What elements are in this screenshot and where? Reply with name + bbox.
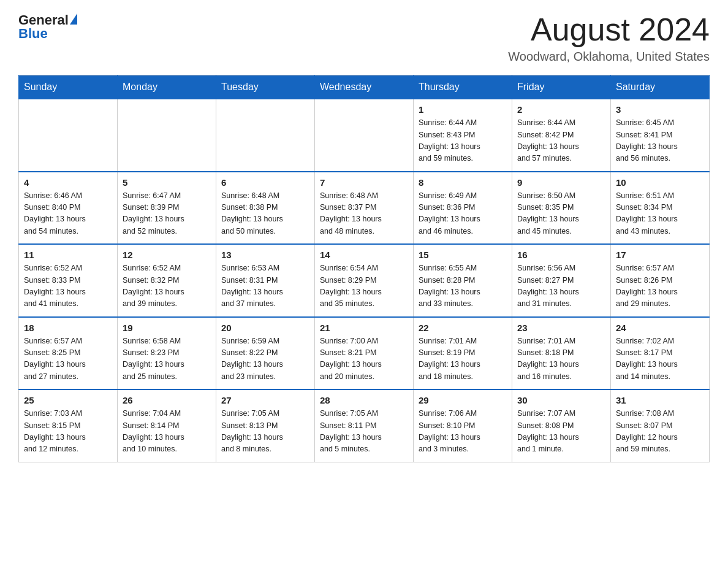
day-number: 5 — [123, 177, 211, 188]
calendar-cell: 28Sunrise: 7:05 AM Sunset: 8:11 PM Dayli… — [315, 389, 414, 462]
day-info: Sunrise: 6:44 AM Sunset: 8:43 PM Dayligh… — [419, 117, 507, 165]
day-info: Sunrise: 7:05 AM Sunset: 8:13 PM Dayligh… — [221, 408, 309, 456]
calendar-cell: 19Sunrise: 6:58 AM Sunset: 8:23 PM Dayli… — [118, 317, 216, 390]
day-number: 9 — [517, 177, 605, 188]
day-info: Sunrise: 6:44 AM Sunset: 8:42 PM Dayligh… — [517, 117, 605, 165]
day-number: 4 — [24, 177, 112, 188]
month-title: August 2024 — [508, 12, 710, 47]
calendar-cell: 23Sunrise: 7:01 AM Sunset: 8:18 PM Dayli… — [512, 317, 611, 390]
day-number: 10 — [616, 177, 704, 188]
calendar-cell: 10Sunrise: 6:51 AM Sunset: 8:34 PM Dayli… — [611, 172, 710, 245]
calendar-week-row: 4Sunrise: 6:46 AM Sunset: 8:40 PM Daylig… — [19, 172, 710, 245]
day-info: Sunrise: 6:59 AM Sunset: 8:22 PM Dayligh… — [221, 335, 309, 383]
day-number: 31 — [616, 395, 704, 405]
calendar-cell: 26Sunrise: 7:04 AM Sunset: 8:14 PM Dayli… — [118, 389, 216, 462]
day-of-week-header: Thursday — [414, 75, 512, 99]
day-number: 8 — [419, 177, 507, 188]
day-number: 18 — [24, 323, 112, 333]
day-info: Sunrise: 7:02 AM Sunset: 8:17 PM Dayligh… — [616, 335, 704, 383]
day-info: Sunrise: 6:49 AM Sunset: 8:36 PM Dayligh… — [419, 190, 507, 238]
day-number: 1 — [419, 104, 507, 115]
day-number: 22 — [419, 323, 507, 333]
calendar-cell: 22Sunrise: 7:01 AM Sunset: 8:19 PM Dayli… — [414, 317, 512, 390]
day-number: 25 — [24, 395, 112, 405]
day-info: Sunrise: 6:48 AM Sunset: 8:38 PM Dayligh… — [221, 190, 309, 238]
calendar-cell: 11Sunrise: 6:52 AM Sunset: 8:33 PM Dayli… — [19, 244, 118, 317]
day-of-week-header: Friday — [512, 75, 611, 99]
day-info: Sunrise: 7:07 AM Sunset: 8:08 PM Dayligh… — [517, 408, 605, 456]
day-number: 30 — [517, 395, 605, 405]
day-info: Sunrise: 6:54 AM Sunset: 8:29 PM Dayligh… — [320, 262, 408, 310]
calendar-cell: 2Sunrise: 6:44 AM Sunset: 8:42 PM Daylig… — [512, 99, 611, 172]
day-info: Sunrise: 6:50 AM Sunset: 8:35 PM Dayligh… — [517, 190, 605, 238]
day-info: Sunrise: 7:01 AM Sunset: 8:18 PM Dayligh… — [517, 335, 605, 383]
day-info: Sunrise: 7:05 AM Sunset: 8:11 PM Dayligh… — [320, 408, 408, 456]
day-number: 27 — [221, 395, 309, 405]
day-of-week-header: Sunday — [19, 75, 118, 99]
calendar-cell: 3Sunrise: 6:45 AM Sunset: 8:41 PM Daylig… — [611, 99, 710, 172]
day-number: 29 — [419, 395, 507, 405]
calendar-cell: 4Sunrise: 6:46 AM Sunset: 8:40 PM Daylig… — [19, 172, 118, 245]
calendar-cell — [315, 99, 414, 172]
logo-triangle-icon — [70, 13, 77, 25]
day-number: 3 — [616, 104, 704, 115]
day-info: Sunrise: 6:52 AM Sunset: 8:32 PM Dayligh… — [123, 262, 211, 310]
day-number: 11 — [24, 250, 112, 260]
day-info: Sunrise: 6:48 AM Sunset: 8:37 PM Dayligh… — [320, 190, 408, 238]
day-of-week-header: Tuesday — [216, 75, 315, 99]
logo: General Blue — [18, 12, 77, 42]
day-number: 23 — [517, 323, 605, 333]
calendar-cell: 14Sunrise: 6:54 AM Sunset: 8:29 PM Dayli… — [315, 244, 414, 317]
day-number: 12 — [123, 250, 211, 260]
day-number: 13 — [221, 250, 309, 260]
day-number: 2 — [517, 104, 605, 115]
calendar-cell: 24Sunrise: 7:02 AM Sunset: 8:17 PM Dayli… — [611, 317, 710, 390]
day-number: 20 — [221, 323, 309, 333]
day-of-week-header: Wednesday — [315, 75, 414, 99]
day-info: Sunrise: 7:04 AM Sunset: 8:14 PM Dayligh… — [123, 408, 211, 456]
day-number: 21 — [320, 323, 408, 333]
calendar-cell: 25Sunrise: 7:03 AM Sunset: 8:15 PM Dayli… — [19, 389, 118, 462]
calendar-week-row: 1Sunrise: 6:44 AM Sunset: 8:43 PM Daylig… — [19, 99, 710, 172]
calendar-week-row: 11Sunrise: 6:52 AM Sunset: 8:33 PM Dayli… — [19, 244, 710, 317]
calendar-cell: 18Sunrise: 6:57 AM Sunset: 8:25 PM Dayli… — [19, 317, 118, 390]
calendar-cell: 1Sunrise: 6:44 AM Sunset: 8:43 PM Daylig… — [414, 99, 512, 172]
calendar-cell: 7Sunrise: 6:48 AM Sunset: 8:37 PM Daylig… — [315, 172, 414, 245]
day-number: 19 — [123, 323, 211, 333]
calendar-cell: 9Sunrise: 6:50 AM Sunset: 8:35 PM Daylig… — [512, 172, 611, 245]
calendar-cell — [216, 99, 315, 172]
day-info: Sunrise: 6:45 AM Sunset: 8:41 PM Dayligh… — [616, 117, 704, 165]
day-info: Sunrise: 6:46 AM Sunset: 8:40 PM Dayligh… — [24, 190, 112, 238]
calendar-cell: 20Sunrise: 6:59 AM Sunset: 8:22 PM Dayli… — [216, 317, 315, 390]
calendar-week-row: 25Sunrise: 7:03 AM Sunset: 8:15 PM Dayli… — [19, 389, 710, 462]
day-number: 14 — [320, 250, 408, 260]
calendar-cell: 21Sunrise: 7:00 AM Sunset: 8:21 PM Dayli… — [315, 317, 414, 390]
day-info: Sunrise: 7:00 AM Sunset: 8:21 PM Dayligh… — [320, 335, 408, 383]
calendar-cell: 8Sunrise: 6:49 AM Sunset: 8:36 PM Daylig… — [414, 172, 512, 245]
calendar-cell: 12Sunrise: 6:52 AM Sunset: 8:32 PM Dayli… — [118, 244, 216, 317]
day-info: Sunrise: 6:47 AM Sunset: 8:39 PM Dayligh… — [123, 190, 211, 238]
calendar-cell: 16Sunrise: 6:56 AM Sunset: 8:27 PM Dayli… — [512, 244, 611, 317]
day-info: Sunrise: 6:51 AM Sunset: 8:34 PM Dayligh… — [616, 190, 704, 238]
calendar-header-row: SundayMondayTuesdayWednesdayThursdayFrid… — [19, 75, 710, 99]
calendar-cell: 30Sunrise: 7:07 AM Sunset: 8:08 PM Dayli… — [512, 389, 611, 462]
day-number: 24 — [616, 323, 704, 333]
calendar-cell: 29Sunrise: 7:06 AM Sunset: 8:10 PM Dayli… — [414, 389, 512, 462]
day-info: Sunrise: 7:03 AM Sunset: 8:15 PM Dayligh… — [24, 408, 112, 456]
day-info: Sunrise: 6:52 AM Sunset: 8:33 PM Dayligh… — [24, 262, 112, 310]
day-number: 6 — [221, 177, 309, 188]
calendar-cell: 13Sunrise: 6:53 AM Sunset: 8:31 PM Dayli… — [216, 244, 315, 317]
calendar-cell: 6Sunrise: 6:48 AM Sunset: 8:38 PM Daylig… — [216, 172, 315, 245]
day-of-week-header: Saturday — [611, 75, 710, 99]
day-info: Sunrise: 7:01 AM Sunset: 8:19 PM Dayligh… — [419, 335, 507, 383]
day-info: Sunrise: 6:57 AM Sunset: 8:25 PM Dayligh… — [24, 335, 112, 383]
day-number: 28 — [320, 395, 408, 405]
calendar-cell: 15Sunrise: 6:55 AM Sunset: 8:28 PM Dayli… — [414, 244, 512, 317]
calendar-table: SundayMondayTuesdayWednesdayThursdayFrid… — [18, 75, 710, 462]
day-number: 16 — [517, 250, 605, 260]
day-info: Sunrise: 6:53 AM Sunset: 8:31 PM Dayligh… — [221, 262, 309, 310]
calendar-cell: 5Sunrise: 6:47 AM Sunset: 8:39 PM Daylig… — [118, 172, 216, 245]
day-number: 15 — [419, 250, 507, 260]
page-header: General Blue August 2024 Woodward, Oklah… — [18, 12, 710, 64]
day-info: Sunrise: 6:56 AM Sunset: 8:27 PM Dayligh… — [517, 262, 605, 310]
